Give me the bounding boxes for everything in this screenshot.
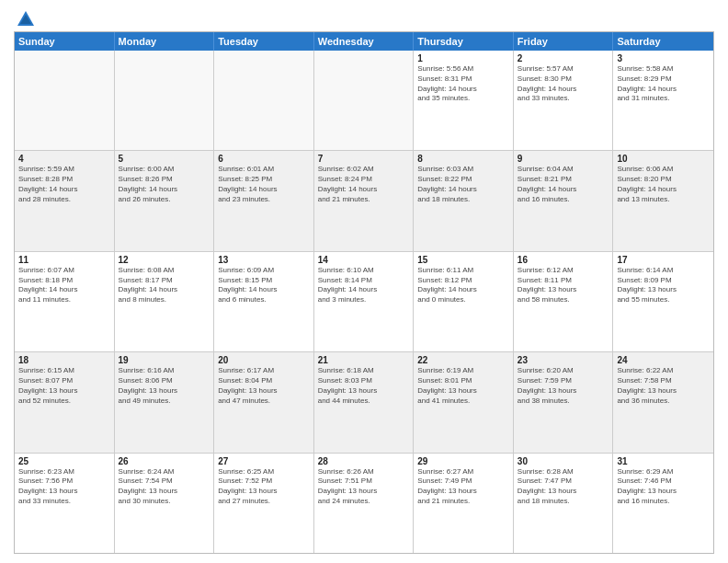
day-info: Sunrise: 5:57 AM Sunset: 8:30 PM Dayligh… xyxy=(518,64,609,104)
day-info: Sunrise: 6:08 AM Sunset: 8:17 PM Dayligh… xyxy=(119,266,210,305)
day-number: 11 xyxy=(18,255,110,265)
table-row: 20Sunrise: 6:17 AM Sunset: 8:04 PM Dayli… xyxy=(214,352,314,452)
day-info: Sunrise: 6:24 AM Sunset: 7:54 PM Dayligh… xyxy=(119,467,210,507)
day-number: 6 xyxy=(218,154,310,164)
day-info: Sunrise: 6:06 AM Sunset: 8:20 PM Dayligh… xyxy=(617,165,710,204)
day-info: Sunrise: 6:02 AM Sunset: 8:24 PM Dayligh… xyxy=(318,165,410,204)
table-row: 29Sunrise: 6:27 AM Sunset: 7:49 PM Dayli… xyxy=(414,454,514,553)
day-info: Sunrise: 6:16 AM Sunset: 8:06 PM Dayligh… xyxy=(119,366,210,406)
logo-icon xyxy=(16,9,36,29)
day-info: Sunrise: 6:22 AM Sunset: 7:58 PM Dayligh… xyxy=(617,366,710,406)
day-info: Sunrise: 5:58 AM Sunset: 8:29 PM Dayligh… xyxy=(617,64,710,104)
calendar: Sunday Monday Tuesday Wednesday Thursday… xyxy=(14,31,714,554)
day-info: Sunrise: 6:26 AM Sunset: 7:51 PM Dayligh… xyxy=(318,467,410,507)
table-row: 30Sunrise: 6:28 AM Sunset: 7:47 PM Dayli… xyxy=(514,454,614,553)
table-row: 27Sunrise: 6:25 AM Sunset: 7:52 PM Dayli… xyxy=(214,454,314,553)
table-row: 19Sunrise: 6:16 AM Sunset: 8:06 PM Dayli… xyxy=(115,352,215,452)
day-info: Sunrise: 6:00 AM Sunset: 8:26 PM Dayligh… xyxy=(119,165,210,204)
table-row: 24Sunrise: 6:22 AM Sunset: 7:58 PM Dayli… xyxy=(613,352,713,452)
day-info: Sunrise: 6:20 AM Sunset: 7:59 PM Dayligh… xyxy=(518,366,609,406)
day-info: Sunrise: 5:56 AM Sunset: 8:31 PM Dayligh… xyxy=(417,64,509,104)
day-info: Sunrise: 6:07 AM Sunset: 8:18 PM Dayligh… xyxy=(18,266,110,305)
calendar-row: 4Sunrise: 5:59 AM Sunset: 8:28 PM Daylig… xyxy=(15,151,713,251)
day-number: 7 xyxy=(318,154,410,164)
day-number: 19 xyxy=(119,355,210,365)
day-number: 8 xyxy=(417,154,509,164)
day-number: 29 xyxy=(417,456,509,466)
table-row: 7Sunrise: 6:02 AM Sunset: 8:24 PM Daylig… xyxy=(314,151,415,250)
header-tuesday: Tuesday xyxy=(214,32,314,51)
logo xyxy=(14,9,36,26)
day-number: 1 xyxy=(417,53,509,63)
day-number: 2 xyxy=(518,53,609,63)
day-info: Sunrise: 6:18 AM Sunset: 8:03 PM Dayligh… xyxy=(318,366,410,406)
table-row: 17Sunrise: 6:14 AM Sunset: 8:09 PM Dayli… xyxy=(613,252,713,351)
day-info: Sunrise: 6:17 AM Sunset: 8:04 PM Dayligh… xyxy=(218,366,310,406)
day-number: 27 xyxy=(218,456,310,466)
table-row: 12Sunrise: 6:08 AM Sunset: 8:17 PM Dayli… xyxy=(115,252,215,351)
calendar-row: 18Sunrise: 6:15 AM Sunset: 8:07 PM Dayli… xyxy=(15,352,713,453)
table-row: 4Sunrise: 5:59 AM Sunset: 8:28 PM Daylig… xyxy=(15,151,115,250)
day-info: Sunrise: 6:04 AM Sunset: 8:21 PM Dayligh… xyxy=(518,165,609,204)
table-row: 18Sunrise: 6:15 AM Sunset: 8:07 PM Dayli… xyxy=(15,352,115,452)
table-row xyxy=(214,51,314,150)
day-number: 17 xyxy=(617,255,710,265)
table-row: 21Sunrise: 6:18 AM Sunset: 8:03 PM Dayli… xyxy=(314,352,415,452)
table-row: 14Sunrise: 6:10 AM Sunset: 8:14 PM Dayli… xyxy=(314,252,415,351)
day-info: Sunrise: 6:15 AM Sunset: 8:07 PM Dayligh… xyxy=(18,366,110,406)
header-monday: Monday xyxy=(115,32,215,51)
page: Sunday Monday Tuesday Wednesday Thursday… xyxy=(0,0,728,563)
day-number: 12 xyxy=(119,255,210,265)
table-row: 6Sunrise: 6:01 AM Sunset: 8:25 PM Daylig… xyxy=(214,151,314,250)
day-info: Sunrise: 6:03 AM Sunset: 8:22 PM Dayligh… xyxy=(417,165,509,204)
table-row: 11Sunrise: 6:07 AM Sunset: 8:18 PM Dayli… xyxy=(15,252,115,351)
table-row: 23Sunrise: 6:20 AM Sunset: 7:59 PM Dayli… xyxy=(514,352,614,452)
table-row: 2Sunrise: 5:57 AM Sunset: 8:30 PM Daylig… xyxy=(514,51,614,150)
day-number: 23 xyxy=(518,355,609,365)
table-row: 26Sunrise: 6:24 AM Sunset: 7:54 PM Dayli… xyxy=(115,454,215,553)
table-row xyxy=(314,51,415,150)
calendar-row: 1Sunrise: 5:56 AM Sunset: 8:31 PM Daylig… xyxy=(15,51,713,151)
day-info: Sunrise: 5:59 AM Sunset: 8:28 PM Dayligh… xyxy=(18,165,110,204)
table-row: 5Sunrise: 6:00 AM Sunset: 8:26 PM Daylig… xyxy=(115,151,215,250)
header-friday: Friday xyxy=(514,32,614,51)
table-row: 13Sunrise: 6:09 AM Sunset: 8:15 PM Dayli… xyxy=(214,252,314,351)
table-row: 8Sunrise: 6:03 AM Sunset: 8:22 PM Daylig… xyxy=(414,151,514,250)
day-number: 4 xyxy=(18,154,110,164)
table-row: 28Sunrise: 6:26 AM Sunset: 7:51 PM Dayli… xyxy=(314,454,415,553)
day-number: 30 xyxy=(518,456,609,466)
day-info: Sunrise: 6:01 AM Sunset: 8:25 PM Dayligh… xyxy=(218,165,310,204)
day-number: 25 xyxy=(18,456,110,466)
calendar-row: 11Sunrise: 6:07 AM Sunset: 8:18 PM Dayli… xyxy=(15,252,713,352)
day-info: Sunrise: 6:11 AM Sunset: 8:12 PM Dayligh… xyxy=(417,266,509,305)
table-row xyxy=(15,51,115,150)
day-info: Sunrise: 6:19 AM Sunset: 8:01 PM Dayligh… xyxy=(417,366,509,406)
calendar-row: 25Sunrise: 6:23 AM Sunset: 7:56 PM Dayli… xyxy=(15,454,713,553)
day-info: Sunrise: 6:14 AM Sunset: 8:09 PM Dayligh… xyxy=(617,266,710,305)
day-number: 13 xyxy=(218,255,310,265)
day-info: Sunrise: 6:28 AM Sunset: 7:47 PM Dayligh… xyxy=(518,467,609,507)
day-number: 9 xyxy=(518,154,609,164)
day-info: Sunrise: 6:12 AM Sunset: 8:11 PM Dayligh… xyxy=(518,266,609,305)
table-row: 10Sunrise: 6:06 AM Sunset: 8:20 PM Dayli… xyxy=(613,151,713,250)
header-sunday: Sunday xyxy=(15,32,115,51)
table-row: 1Sunrise: 5:56 AM Sunset: 8:31 PM Daylig… xyxy=(414,51,514,150)
day-info: Sunrise: 6:27 AM Sunset: 7:49 PM Dayligh… xyxy=(417,467,509,507)
day-number: 18 xyxy=(18,355,110,365)
calendar-body: 1Sunrise: 5:56 AM Sunset: 8:31 PM Daylig… xyxy=(15,51,713,553)
table-row: 22Sunrise: 6:19 AM Sunset: 8:01 PM Dayli… xyxy=(414,352,514,452)
day-number: 26 xyxy=(119,456,210,466)
table-row: 16Sunrise: 6:12 AM Sunset: 8:11 PM Dayli… xyxy=(514,252,614,351)
day-number: 31 xyxy=(617,456,710,466)
day-number: 22 xyxy=(417,355,509,365)
table-row: 25Sunrise: 6:23 AM Sunset: 7:56 PM Dayli… xyxy=(15,454,115,553)
day-number: 20 xyxy=(218,355,310,365)
day-number: 10 xyxy=(617,154,710,164)
day-number: 28 xyxy=(318,456,410,466)
day-number: 15 xyxy=(417,255,509,265)
header-saturday: Saturday xyxy=(613,32,713,51)
day-info: Sunrise: 6:09 AM Sunset: 8:15 PM Dayligh… xyxy=(218,266,310,305)
table-row: 15Sunrise: 6:11 AM Sunset: 8:12 PM Dayli… xyxy=(414,252,514,351)
table-row xyxy=(115,51,215,150)
day-number: 16 xyxy=(518,255,609,265)
